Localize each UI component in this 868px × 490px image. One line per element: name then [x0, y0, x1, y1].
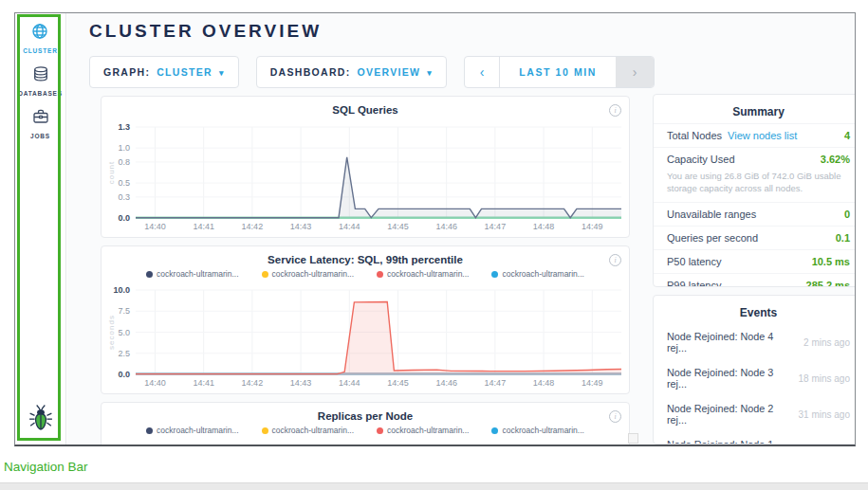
view-nodes-list-link[interactable]: View nodes list: [728, 130, 797, 141]
svg-text:14:47: 14:47: [485, 378, 507, 388]
chart-legend: cockroach-ultramarin...cockroach-ultrama…: [102, 426, 629, 435]
info-icon[interactable]: i: [609, 254, 621, 266]
summary-row-value: 10.5 ms: [812, 256, 850, 267]
legend-item[interactable]: cockroach-ultramarin...: [491, 269, 583, 279]
svg-text:14:40: 14:40: [144, 378, 166, 388]
main-content: CLUSTER OVERVIEW GRAPH: CLUSTER ▾ DASHBO…: [67, 13, 855, 445]
summary-row: Unavailable ranges0: [654, 202, 856, 226]
legend-dot-icon: [377, 271, 383, 278]
sidebar-item-label: DATABASES: [18, 90, 63, 97]
legend-dot-icon: [262, 427, 268, 434]
legend-item[interactable]: cockroach-ultramarin...: [262, 269, 354, 279]
dashboard-dropdown[interactable]: DASHBOARD: OVERVIEW ▾: [256, 56, 447, 88]
time-range-selector: ‹ LAST 10 MIN ›: [464, 56, 655, 88]
legend-item[interactable]: cockroach-ultramarin...: [377, 269, 469, 279]
summary-row-value: 0: [844, 209, 850, 220]
event-time: 2 mins ago: [803, 337, 850, 348]
legend-label: cockroach-ultramarin...: [502, 426, 583, 435]
chart-title: Replicas per Node: [102, 403, 629, 422]
legend-label: cockroach-ultramarin...: [502, 269, 583, 279]
chart-legend: cockroach-ultramarin...cockroach-ultrama…: [102, 269, 629, 279]
event-row[interactable]: Node Rejoined: Node 2 rej...31 mins ago: [654, 396, 856, 432]
event-text: Node Rejoined: Node 3 rej...: [667, 367, 791, 390]
legend-dot-icon: [262, 271, 268, 278]
legend-label: cockroach-ultramarin...: [387, 269, 469, 279]
time-prev-button[interactable]: ‹: [465, 57, 500, 87]
summary-row: P50 latency10.5 ms: [654, 249, 856, 273]
summary-row: P99 latency285.2 ms: [654, 273, 856, 287]
legend-label: cockroach-ultramarin...: [272, 269, 354, 279]
legend-dot-icon: [491, 427, 498, 434]
legend-item[interactable]: cockroach-ultramarin...: [262, 426, 354, 435]
summary-row-label: P99 latency: [667, 280, 721, 287]
dashboard-dropdown-value: OVERVIEW: [357, 66, 420, 78]
svg-text:0.0: 0.0: [118, 370, 130, 379]
legend-item[interactable]: cockroach-ultramarin...: [491, 426, 583, 435]
summary-row-subtext: You are using 26.8 GiB of 742.0 GiB usab…: [654, 171, 856, 202]
chart-plot-sql-queries: 0.00.30.50.81.01.314:4014:4114:4214:4314…: [107, 121, 623, 233]
legend-item[interactable]: cockroach-ultramarin...: [377, 426, 469, 435]
right-panel: Summary Total NodesView nodes list4Capac…: [653, 94, 856, 445]
svg-text:14:48: 14:48: [533, 222, 555, 231]
legend-item[interactable]: cockroach-ultramarin...: [146, 269, 238, 279]
svg-text:14:49: 14:49: [582, 378, 603, 388]
info-icon[interactable]: i: [609, 410, 621, 423]
event-text: Node Rejoined: Node 2 rej...: [667, 403, 791, 426]
svg-text:count: count: [107, 161, 116, 185]
event-row[interactable]: Node Rejoined: Node 3 rej...18 mins ago: [654, 360, 856, 396]
app-window: CLUSTER DATABASES: [14, 12, 856, 446]
sidebar-item-label: CLUSTER: [23, 47, 57, 54]
event-row[interactable]: Node Rejoined: Node 1 rej...an hour ago: [654, 432, 856, 445]
svg-text:14:43: 14:43: [290, 222, 312, 231]
legend-dot-icon: [377, 427, 383, 434]
bottom-strip: [0, 482, 868, 490]
svg-text:14:46: 14:46: [435, 222, 457, 231]
chevron-down-icon: ▾: [427, 68, 433, 78]
svg-text:14:42: 14:42: [242, 222, 264, 231]
graph-dropdown[interactable]: GRAPH: CLUSTER ▾: [89, 56, 239, 88]
events-rows: Node Rejoined: Node 4 rej...2 mins agoNo…: [654, 324, 856, 445]
svg-text:14:40: 14:40: [144, 222, 166, 231]
svg-text:10.0: 10.0: [113, 285, 130, 295]
scrollbar-corner[interactable]: [628, 433, 638, 444]
legend-dot-icon: [146, 427, 153, 434]
svg-text:14:44: 14:44: [339, 222, 360, 231]
sidebar-item-cluster[interactable]: CLUSTER: [23, 22, 57, 54]
summary-row: Queries per second0.1: [654, 226, 856, 249]
svg-text:5.0: 5.0: [118, 328, 130, 337]
summary-row: Total NodesView nodes list4: [654, 123, 856, 147]
event-time: 31 mins ago: [799, 409, 850, 420]
jobs-briefcase-icon: [31, 107, 50, 130]
svg-text:14:41: 14:41: [193, 222, 214, 231]
svg-text:0.3: 0.3: [118, 192, 130, 202]
svg-text:0.5: 0.5: [118, 178, 130, 188]
time-next-button-disabled[interactable]: ›: [616, 57, 654, 87]
navigation-bar-annotation-label: Navigation Bar: [4, 460, 88, 474]
svg-text:1.0: 1.0: [118, 143, 130, 153]
dashboard-dropdown-label: DASHBOARD:: [270, 66, 351, 78]
sidebar-item-databases[interactable]: DATABASES: [18, 64, 63, 97]
svg-text:14:43: 14:43: [290, 378, 312, 388]
legend-item[interactable]: cockroach-ultramarin...: [146, 426, 238, 435]
charts-column: SQL Queries i 0.00.30.50.81.01.314:4014:…: [101, 96, 630, 446]
summary-row: Capacity Used3.62%: [654, 147, 856, 171]
cockroach-logo-icon[interactable]: [28, 403, 53, 435]
chevron-down-icon: ▾: [219, 68, 225, 78]
info-icon[interactable]: i: [609, 104, 621, 117]
summary-row-value: 0.1: [836, 232, 850, 244]
event-row[interactable]: Node Rejoined: Node 4 rej...2 mins ago: [654, 324, 856, 360]
svg-text:14:47: 14:47: [485, 222, 507, 231]
sidebar-item-jobs[interactable]: JOBS: [30, 107, 50, 139]
svg-text:14:46: 14:46: [435, 378, 457, 388]
svg-text:0.0: 0.0: [118, 213, 130, 223]
svg-text:14:48: 14:48: [533, 378, 555, 388]
summary-row-value: 3.62%: [821, 154, 850, 165]
svg-text:2.5: 2.5: [118, 349, 130, 358]
svg-text:seconds: seconds: [107, 315, 116, 350]
chart-title: SQL Queries: [102, 97, 629, 116]
summary-title: Summary: [654, 95, 856, 123]
summary-row-label: P50 latency: [667, 256, 721, 267]
summary-row-label: Queries per second: [667, 232, 758, 244]
summary-row-label: Unavailable ranges: [667, 209, 756, 220]
time-range-label[interactable]: LAST 10 MIN: [500, 57, 616, 87]
